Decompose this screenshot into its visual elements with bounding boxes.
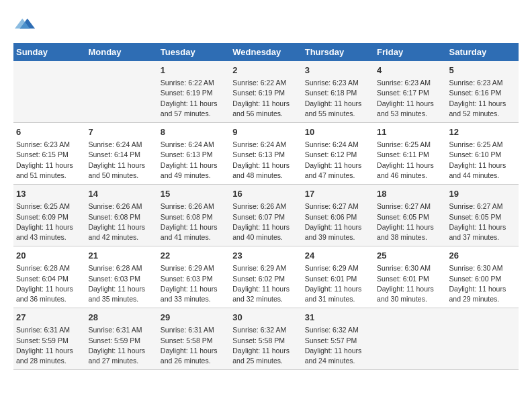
day-number: 6 [16,126,83,138]
day-number: 21 [88,250,154,262]
day-number: 14 [88,188,154,200]
day-info: Sunrise: 6:27 AMSunset: 6:06 PMDaylight:… [305,201,371,242]
calendar-cell: 5Sunrise: 6:23 AMSunset: 6:16 PMDaylight… [447,61,519,123]
day-number: 4 [377,64,443,77]
day-info: Sunrise: 6:25 AMSunset: 6:10 PMDaylight:… [449,140,516,181]
day-info: Sunrise: 6:29 AMSunset: 6:02 PMDaylight:… [232,263,299,304]
day-info: Sunrise: 6:32 AMSunset: 5:57 PMDaylight:… [305,325,371,366]
day-number: 16 [232,188,299,200]
day-info: Sunrise: 6:30 AMSunset: 6:01 PMDaylight:… [377,263,443,304]
calendar-cell: 8Sunrise: 6:24 AMSunset: 6:13 PMDaylight… [158,123,230,185]
calendar-cell: 22Sunrise: 6:29 AMSunset: 6:03 PMDayligh… [158,246,230,308]
day-info: Sunrise: 6:22 AMSunset: 6:19 PMDaylight:… [232,78,299,119]
day-number: 20 [16,250,83,262]
day-number: 29 [161,312,227,324]
calendar-cell: 11Sunrise: 6:25 AMSunset: 6:11 PMDayligh… [374,123,446,185]
day-info: Sunrise: 6:23 AMSunset: 6:16 PMDaylight:… [449,78,516,119]
calendar-cell: 18Sunrise: 6:27 AMSunset: 6:05 PMDayligh… [374,185,446,246]
day-number: 11 [377,126,443,138]
calendar-cell [374,308,446,370]
day-number: 23 [232,250,299,262]
calendar-table: SundayMondayTuesdayWednesdayThursdayFrid… [13,43,519,370]
week-row-3: 13Sunrise: 6:25 AMSunset: 6:09 PMDayligh… [13,185,519,246]
day-number: 18 [377,188,443,200]
calendar-cell: 21Sunrise: 6:28 AMSunset: 6:03 PMDayligh… [85,246,157,308]
day-info: Sunrise: 6:24 AMSunset: 6:13 PMDaylight:… [232,140,299,181]
day-number: 28 [88,312,154,324]
day-info: Sunrise: 6:26 AMSunset: 6:07 PMDaylight:… [232,201,299,242]
calendar-cell: 12Sunrise: 6:25 AMSunset: 6:10 PMDayligh… [447,123,519,185]
calendar-cell: 26Sunrise: 6:30 AMSunset: 6:00 PMDayligh… [447,246,519,308]
calendar-cell: 4Sunrise: 6:23 AMSunset: 6:17 PMDaylight… [374,61,446,123]
calendar-cell: 3Sunrise: 6:23 AMSunset: 6:18 PMDaylight… [302,61,374,123]
calendar-cell: 13Sunrise: 6:25 AMSunset: 6:09 PMDayligh… [13,185,85,246]
calendar-cell: 19Sunrise: 6:27 AMSunset: 6:05 PMDayligh… [447,185,519,246]
day-number: 7 [88,126,154,138]
day-number: 9 [232,126,299,138]
week-row-4: 20Sunrise: 6:28 AMSunset: 6:04 PMDayligh… [13,246,519,308]
calendar-cell: 14Sunrise: 6:26 AMSunset: 6:08 PMDayligh… [85,185,157,246]
column-header-tuesday: Tuesday [158,43,230,61]
column-header-friday: Friday [374,43,446,61]
day-info: Sunrise: 6:29 AMSunset: 6:01 PMDaylight:… [305,263,371,304]
day-info: Sunrise: 6:24 AMSunset: 6:12 PMDaylight:… [305,140,371,181]
day-info: Sunrise: 6:23 AMSunset: 6:17 PMDaylight:… [377,78,443,119]
calendar-cell: 29Sunrise: 6:31 AMSunset: 5:58 PMDayligh… [158,308,230,370]
day-info: Sunrise: 6:28 AMSunset: 6:04 PMDaylight:… [16,263,83,304]
day-number: 12 [449,126,516,138]
day-info: Sunrise: 6:23 AMSunset: 6:15 PMDaylight:… [16,140,83,181]
day-number: 27 [16,312,83,324]
day-number: 26 [449,250,516,262]
page-header [13,13,519,36]
day-number: 1 [161,64,227,77]
calendar-cell: 23Sunrise: 6:29 AMSunset: 6:02 PMDayligh… [230,246,302,308]
day-number: 8 [161,126,227,138]
calendar-cell: 10Sunrise: 6:24 AMSunset: 6:12 PMDayligh… [302,123,374,185]
day-number: 10 [305,126,371,138]
calendar-cell: 1Sunrise: 6:22 AMSunset: 6:19 PMDaylight… [158,61,230,123]
day-number: 3 [305,64,371,77]
day-number: 5 [449,64,516,77]
day-number: 22 [161,250,227,262]
day-info: Sunrise: 6:29 AMSunset: 6:03 PMDaylight:… [161,263,227,304]
day-number: 15 [161,188,227,200]
day-info: Sunrise: 6:27 AMSunset: 6:05 PMDaylight:… [377,201,443,242]
calendar-cell: 16Sunrise: 6:26 AMSunset: 6:07 PMDayligh… [230,185,302,246]
column-header-sunday: Sunday [13,43,85,61]
calendar-cell: 31Sunrise: 6:32 AMSunset: 5:57 PMDayligh… [302,308,374,370]
week-row-1: 1Sunrise: 6:22 AMSunset: 6:19 PMDaylight… [13,61,519,123]
calendar-cell: 20Sunrise: 6:28 AMSunset: 6:04 PMDayligh… [13,246,85,308]
day-info: Sunrise: 6:23 AMSunset: 6:18 PMDaylight:… [305,78,371,119]
calendar-cell: 25Sunrise: 6:30 AMSunset: 6:01 PMDayligh… [374,246,446,308]
column-header-monday: Monday [85,43,157,61]
day-info: Sunrise: 6:28 AMSunset: 6:03 PMDaylight:… [88,263,154,304]
day-info: Sunrise: 6:31 AMSunset: 5:59 PMDaylight:… [16,325,83,366]
day-info: Sunrise: 6:27 AMSunset: 6:05 PMDaylight:… [449,201,516,242]
day-info: Sunrise: 6:26 AMSunset: 6:08 PMDaylight:… [161,201,227,242]
day-info: Sunrise: 6:22 AMSunset: 6:19 PMDaylight:… [161,78,227,119]
calendar-cell: 6Sunrise: 6:23 AMSunset: 6:15 PMDaylight… [13,123,85,185]
calendar-cell: 30Sunrise: 6:32 AMSunset: 5:58 PMDayligh… [230,308,302,370]
calendar-cell: 27Sunrise: 6:31 AMSunset: 5:59 PMDayligh… [13,308,85,370]
day-info: Sunrise: 6:24 AMSunset: 6:13 PMDaylight:… [161,140,227,181]
column-header-saturday: Saturday [447,43,519,61]
calendar-cell [447,308,519,370]
day-info: Sunrise: 6:25 AMSunset: 6:09 PMDaylight:… [16,201,83,242]
day-info: Sunrise: 6:31 AMSunset: 5:58 PMDaylight:… [161,325,227,366]
calendar-cell: 7Sunrise: 6:24 AMSunset: 6:14 PMDaylight… [85,123,157,185]
day-number: 24 [305,250,371,262]
calendar-cell [13,61,85,123]
day-number: 13 [16,188,83,200]
calendar-cell: 9Sunrise: 6:24 AMSunset: 6:13 PMDaylight… [230,123,302,185]
day-number: 19 [449,188,516,200]
calendar-cell: 2Sunrise: 6:22 AMSunset: 6:19 PMDaylight… [230,61,302,123]
week-row-5: 27Sunrise: 6:31 AMSunset: 5:59 PMDayligh… [13,308,519,370]
day-number: 2 [232,64,299,77]
column-header-thursday: Thursday [302,43,374,61]
day-number: 17 [305,188,371,200]
column-header-wednesday: Wednesday [230,43,302,61]
calendar-cell: 24Sunrise: 6:29 AMSunset: 6:01 PMDayligh… [302,246,374,308]
day-info: Sunrise: 6:25 AMSunset: 6:11 PMDaylight:… [377,140,443,181]
day-info: Sunrise: 6:30 AMSunset: 6:00 PMDaylight:… [449,263,516,304]
day-info: Sunrise: 6:24 AMSunset: 6:14 PMDaylight:… [88,140,154,181]
